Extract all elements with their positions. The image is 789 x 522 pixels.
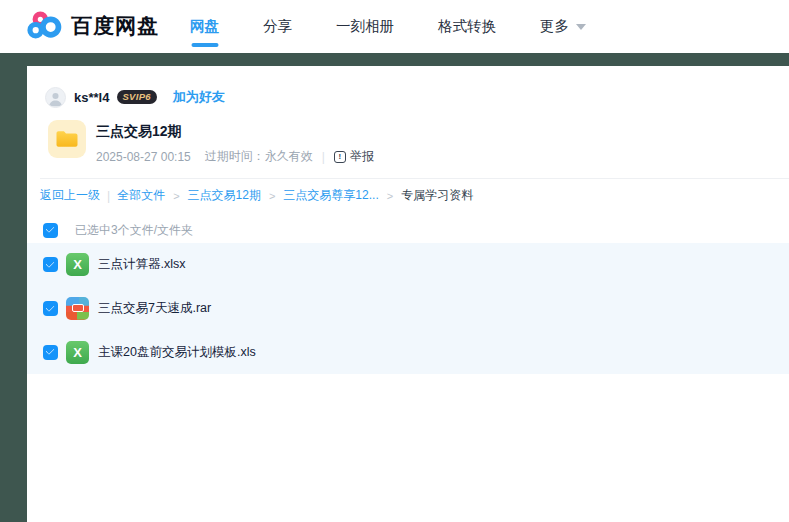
select-all-checkbox[interactable] bbox=[43, 223, 58, 238]
breadcrumb-separator: > bbox=[387, 190, 393, 202]
tab-format-convert-label: 格式转换 bbox=[438, 17, 496, 36]
tab-moment-album[interactable]: 一刻相册 bbox=[336, 17, 394, 36]
report-button[interactable]: ! 举报 bbox=[334, 148, 374, 165]
share-content-card: ks**l4 SVIP6 加为好友 三点交易12期 2025-0 bbox=[27, 66, 789, 522]
report-label: 举报 bbox=[350, 148, 374, 165]
sharer-info-row: ks**l4 SVIP6 加为好友 bbox=[45, 86, 225, 108]
chevron-down-icon bbox=[576, 24, 586, 30]
file-row[interactable]: 主课20盘前交易计划模板.xls bbox=[27, 330, 789, 374]
breadcrumb-item-current: 专属学习资料 bbox=[401, 187, 473, 204]
tab-moment-album-label: 一刻相册 bbox=[336, 17, 394, 36]
file-name[interactable]: 主课20盘前交易计划模板.xls bbox=[98, 344, 256, 361]
shared-folder-name: 三点交易12期 bbox=[96, 123, 374, 141]
dark-side-band bbox=[0, 60, 27, 522]
file-checkbox[interactable] bbox=[43, 257, 58, 272]
tab-more-label: 更多 bbox=[540, 17, 569, 36]
file-checkbox[interactable] bbox=[43, 345, 58, 360]
breadcrumb-item-folder[interactable]: 三点交易12期 bbox=[188, 187, 261, 204]
sharer-username: ks**l4 bbox=[74, 90, 109, 105]
tab-more[interactable]: 更多 bbox=[540, 17, 586, 36]
tab-netdisk[interactable]: 网盘 bbox=[190, 17, 219, 36]
baidu-netdisk-share-page: 百度网盘 网盘 分享 一刻相册 格式转换 更多 bbox=[0, 0, 789, 522]
tab-netdisk-label: 网盘 bbox=[190, 17, 219, 36]
tab-share-label: 分享 bbox=[263, 17, 292, 36]
select-all-row: 已选中3个文件/文件夹 bbox=[43, 218, 193, 242]
breadcrumb: 返回上一级 | 全部文件 > 三点交易12期 > 三点交易尊享12... > 专… bbox=[40, 187, 473, 204]
person-icon bbox=[47, 90, 64, 107]
add-friend-button[interactable]: 加为好友 bbox=[173, 88, 225, 106]
rar-file-icon bbox=[66, 297, 89, 320]
file-row[interactable]: 三点交易7天速成.rar bbox=[27, 287, 789, 331]
folder-text-block: 三点交易12期 2025-08-27 00:15 过期时间：永久有效 | ! 举… bbox=[96, 120, 374, 165]
folder-icon bbox=[48, 120, 86, 158]
tab-format-convert[interactable]: 格式转换 bbox=[438, 17, 496, 36]
svip-badge: SVIP6 bbox=[117, 90, 156, 104]
file-checkbox[interactable] bbox=[43, 301, 58, 316]
breadcrumb-item-subfolder[interactable]: 三点交易尊享12... bbox=[283, 187, 378, 204]
baidu-netdisk-logo-icon bbox=[27, 11, 63, 40]
top-navigation-bar: 百度网盘 网盘 分享 一刻相册 格式转换 更多 bbox=[0, 0, 789, 53]
file-list: 三点计算器.xlsx 三点交易7天速成.rar 主课20盘前交易计划模板.xls bbox=[27, 243, 789, 374]
brand-logo[interactable]: 百度网盘 bbox=[27, 11, 159, 40]
active-tab-underline bbox=[191, 43, 218, 47]
breadcrumb-back-link[interactable]: 返回上一级 bbox=[40, 187, 100, 204]
share-timestamp: 2025-08-27 00:15 bbox=[96, 150, 191, 164]
file-name[interactable]: 三点计算器.xlsx bbox=[98, 256, 186, 273]
avatar bbox=[45, 87, 66, 108]
excel-file-icon bbox=[66, 253, 89, 276]
file-row[interactable]: 三点计算器.xlsx bbox=[27, 243, 789, 287]
file-name[interactable]: 三点交易7天速成.rar bbox=[98, 300, 211, 317]
report-icon: ! bbox=[334, 151, 346, 163]
excel-file-icon bbox=[66, 341, 89, 364]
selection-summary: 已选中3个文件/文件夹 bbox=[75, 222, 193, 239]
breadcrumb-pipe-separator: | bbox=[107, 189, 110, 203]
breadcrumb-separator: > bbox=[269, 190, 275, 202]
nav-tabs: 网盘 分享 一刻相册 格式转换 更多 bbox=[190, 0, 586, 53]
breadcrumb-separator: > bbox=[173, 190, 179, 202]
meta-divider: | bbox=[322, 150, 325, 164]
breadcrumb-item-all-files[interactable]: 全部文件 bbox=[117, 187, 165, 204]
shared-folder-header: 三点交易12期 2025-08-27 00:15 过期时间：永久有效 | ! 举… bbox=[48, 120, 374, 165]
tab-share[interactable]: 分享 bbox=[263, 17, 292, 36]
dark-top-band bbox=[0, 53, 789, 66]
section-divider bbox=[40, 178, 789, 179]
share-expiry: 过期时间：永久有效 bbox=[205, 148, 313, 165]
brand-name: 百度网盘 bbox=[71, 12, 159, 40]
share-meta-row: 2025-08-27 00:15 过期时间：永久有效 | ! 举报 bbox=[96, 148, 374, 165]
